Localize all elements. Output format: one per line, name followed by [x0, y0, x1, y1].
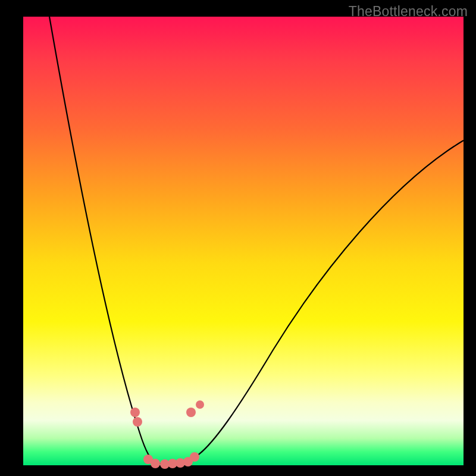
data-marker — [186, 408, 196, 417]
watermark-text: TheBottleneck.com — [349, 4, 468, 20]
markers-group — [130, 400, 204, 469]
data-marker — [130, 408, 140, 417]
curve-right-curve — [174, 140, 464, 464]
data-marker — [196, 400, 204, 409]
chart-frame: TheBottleneck.com — [0, 0, 476, 476]
plot-area — [23, 17, 464, 465]
data-marker — [190, 452, 199, 462]
data-marker — [151, 459, 160, 468]
data-marker — [133, 417, 142, 427]
curve-group — [49, 17, 464, 464]
chart-svg — [23, 17, 464, 465]
curve-left-curve — [49, 17, 174, 464]
